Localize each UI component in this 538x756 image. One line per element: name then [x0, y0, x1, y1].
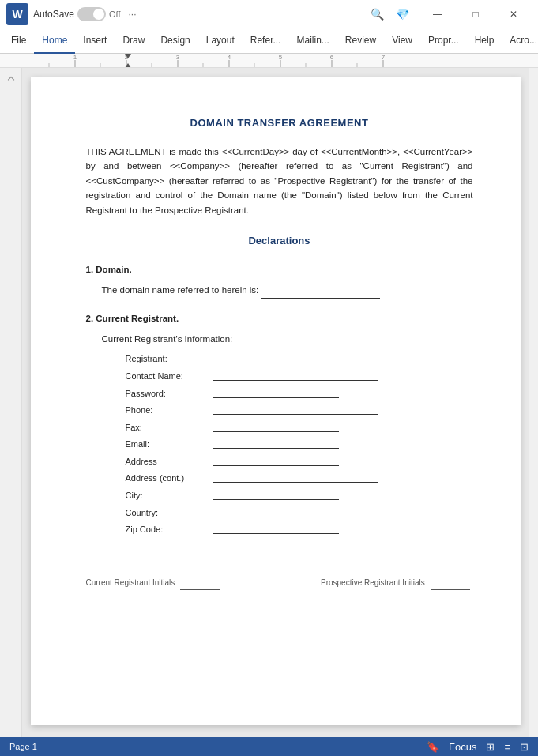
form-row-password: Password:: [126, 387, 473, 401]
document-intro: THIS AGREEMENT is made this <<CurrentDay…: [86, 145, 473, 217]
field-country[interactable]: [213, 506, 339, 517]
registrant-form: Registrant: Contact Name: Password:: [126, 352, 473, 537]
label-address2: Address (cont.): [126, 472, 213, 486]
declarations-title: Declarations: [86, 233, 473, 250]
field-address2[interactable]: [213, 472, 378, 483]
field-email[interactable]: [213, 438, 339, 449]
tab-home[interactable]: Home: [34, 28, 75, 54]
zoom-icon[interactable]: ⊡: [520, 741, 529, 753]
toggle-knob: [93, 9, 104, 20]
form-row-phone: Phone:: [126, 404, 473, 418]
tab-acrobat[interactable]: Acro...: [502, 28, 538, 54]
form-row-fax: Fax:: [126, 421, 473, 435]
form-row-city: City:: [126, 489, 473, 503]
minimize-button[interactable]: —: [419, 0, 456, 28]
field-fax[interactable]: [213, 421, 339, 432]
form-row-contact: Contact Name:: [126, 370, 473, 384]
tab-references[interactable]: Refer...: [243, 28, 289, 54]
svg-text:4: 4: [228, 54, 231, 61]
search-button[interactable]: 🔍: [366, 3, 388, 25]
label-city: City:: [126, 489, 213, 503]
document-body: THIS AGREEMENT is made this <<CurrentDay…: [86, 145, 473, 590]
prospective-initials-label: Prospective Registrant Initials: [321, 577, 473, 590]
grid-icon[interactable]: ⊞: [486, 741, 495, 753]
form-row-address: Address: [126, 455, 473, 469]
scroll-area[interactable]: DOMAIN TRANSFER AGREEMENT THIS AGREEMENT…: [22, 68, 529, 737]
title-bar: W AutoSave Off ··· 🔍 💎 — □ ✕: [0, 0, 538, 28]
label-contact: Contact Name:: [126, 370, 213, 384]
left-margin: [0, 68, 22, 737]
field-phone[interactable]: [213, 404, 378, 415]
field-registrant[interactable]: [213, 352, 339, 363]
label-address: Address: [126, 455, 213, 469]
main-area: DOMAIN TRANSFER AGREEMENT THIS AGREEMENT…: [0, 68, 538, 737]
field-contact[interactable]: [213, 370, 378, 381]
field-password[interactable]: [213, 387, 339, 398]
page-indicator: Page 1: [9, 742, 37, 751]
label-fax: Fax:: [126, 421, 213, 435]
collapse-arrow[interactable]: [7, 77, 13, 83]
close-button[interactable]: ✕: [495, 0, 532, 28]
tab-mailings[interactable]: Mailin...: [288, 28, 337, 54]
prospective-initials-line: [431, 577, 470, 590]
tab-file[interactable]: File: [3, 28, 34, 54]
bookmark-icon[interactable]: 🔖: [427, 741, 439, 753]
form-row-address2: Address (cont.): [126, 472, 473, 486]
domain-field[interactable]: [261, 283, 380, 298]
premium-button[interactable]: 💎: [391, 3, 413, 25]
section-2-content: Current Registrant's Information: Regist…: [102, 332, 473, 537]
ribbon-tabs: File Home Insert Draw Design Layout Refe…: [0, 28, 538, 54]
autosave-toggle[interactable]: [77, 7, 106, 21]
label-email: Email:: [126, 438, 213, 452]
section-1-content: The domain name referred to herein is:: [102, 283, 473, 298]
autosave-label: AutoSave Off: [33, 7, 121, 21]
form-row-zip: Zip Code:: [126, 523, 473, 537]
field-city[interactable]: [213, 489, 339, 500]
diamond-icon: 💎: [396, 8, 409, 21]
layout-icon[interactable]: ≡: [504, 741, 510, 753]
field-zip[interactable]: [213, 523, 339, 534]
svg-text:5: 5: [279, 54, 283, 61]
current-initials-line: [180, 577, 220, 590]
label-registrant: Registrant:: [126, 352, 213, 367]
tab-help[interactable]: Help: [467, 28, 502, 54]
svg-text:3: 3: [176, 54, 180, 61]
maximize-button[interactable]: □: [457, 0, 494, 28]
search-icon: 🔍: [371, 8, 384, 21]
document-title: DOMAIN TRANSFER AGREEMENT: [86, 117, 473, 129]
field-address[interactable]: [213, 455, 339, 466]
svg-text:7: 7: [382, 54, 386, 61]
label-phone: Phone:: [126, 404, 213, 418]
current-initials-label: Current Registrant Initials: [86, 577, 224, 590]
form-row-country: Country:: [126, 506, 473, 521]
status-bar: Page 1 🔖 Focus ⊞ ≡ ⊡: [0, 737, 538, 756]
label-country: Country:: [126, 506, 213, 521]
autosave-state: Off: [109, 9, 120, 19]
section-2-title: 2. Current Registrant.: [86, 311, 473, 325]
tab-review[interactable]: Review: [337, 28, 384, 54]
status-right-icons: 🔖 Focus ⊞ ≡ ⊡: [427, 741, 529, 753]
more-button[interactable]: ···: [129, 9, 137, 20]
section-1-title: 1. Domain.: [86, 262, 473, 276]
window-controls: — □ ✕: [419, 0, 532, 28]
right-margin: [529, 68, 538, 737]
svg-text:6: 6: [330, 54, 334, 61]
form-row-email: Email:: [126, 438, 473, 452]
tab-design[interactable]: Design: [152, 28, 198, 54]
label-password: Password:: [126, 387, 213, 401]
section-1: 1. Domain. The domain name referred to h…: [86, 262, 473, 299]
document-page: DOMAIN TRANSFER AGREEMENT THIS AGREEMENT…: [31, 77, 521, 725]
form-row-registrant: Registrant:: [126, 352, 473, 367]
tab-proofing[interactable]: Propr...: [420, 28, 467, 54]
tab-view[interactable]: View: [384, 28, 420, 54]
tab-draw[interactable]: Draw: [115, 28, 152, 54]
footer-initials: Current Registrant Initials Prospective …: [86, 569, 473, 590]
label-zip: Zip Code:: [126, 523, 213, 537]
app-logo: W: [6, 3, 28, 25]
svg-text:1: 1: [73, 54, 77, 61]
tab-layout[interactable]: Layout: [198, 28, 243, 54]
ruler: 1 2 3 4 5 6 7: [0, 54, 538, 68]
focus-button[interactable]: Focus: [449, 741, 476, 753]
section-2: 2. Current Registrant. Current Registran…: [86, 311, 473, 537]
tab-insert[interactable]: Insert: [75, 28, 115, 54]
